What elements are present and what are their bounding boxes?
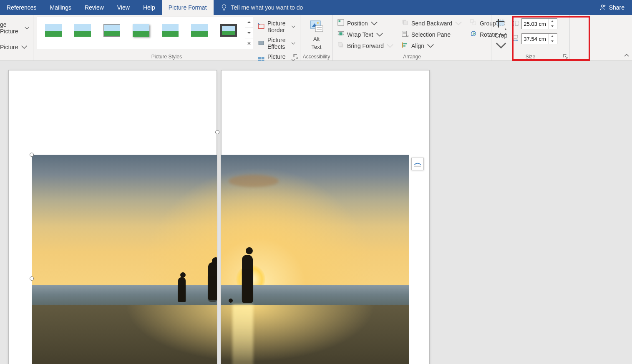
group-adjust: ge Picture Picture <box>0 15 33 60</box>
wrap-text-icon <box>337 30 345 39</box>
collapse-ribbon-button[interactable] <box>624 53 629 60</box>
picture-effects-button[interactable]: Picture Effects <box>256 36 297 51</box>
align-icon <box>401 41 409 50</box>
group-accessibility: Alt Text Accessibility <box>300 15 333 60</box>
bring-forward-label: Bring Forward <box>347 43 384 49</box>
width-spin-down[interactable] <box>549 39 555 44</box>
chevron-down-icon <box>291 23 295 30</box>
group-label: Picture Styles <box>33 54 300 60</box>
adjust-label: ge Picture <box>0 21 22 35</box>
send-backward-button[interactable]: Send Backward <box>400 18 463 28</box>
height-spin-down[interactable] <box>549 24 555 29</box>
lightbulb-icon <box>220 3 228 12</box>
change-picture-button[interactable]: ge Picture <box>0 23 30 33</box>
wrap-text-button[interactable]: Wrap Text <box>336 30 395 39</box>
tab-mailings[interactable]: Mailings <box>43 0 78 15</box>
style-thumb-3[interactable] <box>100 20 124 40</box>
alt-text-label2: Text <box>312 44 322 50</box>
width-icon <box>511 35 519 43</box>
svg-marker-44 <box>513 20 514 22</box>
tab-view[interactable]: View <box>111 0 136 15</box>
width-input[interactable] <box>522 35 549 43</box>
tab-picture-format[interactable]: Picture Format <box>162 0 214 15</box>
gallery-more[interactable] <box>245 38 253 49</box>
selection-handle-rot[interactable] <box>215 130 219 134</box>
svg-rect-36 <box>473 22 476 25</box>
svg-rect-18 <box>339 32 342 35</box>
selected-picture-right-half[interactable] <box>221 155 409 364</box>
selection-pane-icon <box>401 30 409 39</box>
svg-rect-26 <box>338 43 342 46</box>
gallery-scroll-up[interactable] <box>245 17 253 28</box>
tab-references[interactable]: References <box>0 0 43 15</box>
send-backward-label: Send Backward <box>411 20 452 27</box>
picture-border-button[interactable]: Picture Border <box>256 19 297 34</box>
alt-text-icon <box>310 19 324 35</box>
width-input-wrap <box>521 33 557 44</box>
position-label: Position <box>347 20 368 27</box>
group-label: Size <box>491 54 569 60</box>
selection-handle-ml[interactable] <box>30 276 34 281</box>
position-icon <box>337 19 345 28</box>
height-input[interactable] <box>522 20 549 28</box>
size-launcher[interactable] <box>562 53 568 59</box>
document-canvas[interactable] <box>0 61 632 364</box>
bring-forward-button[interactable]: Bring Forward <box>336 41 395 50</box>
crop-icon <box>495 18 507 31</box>
picture-styles-launcher[interactable] <box>293 53 299 59</box>
reset-picture-button[interactable]: Picture <box>0 42 30 53</box>
svg-rect-13 <box>315 26 323 32</box>
svg-rect-2 <box>247 45 251 45</box>
alt-text-button[interactable]: Alt Text <box>310 17 324 50</box>
selection-handle-tl[interactable] <box>30 153 34 157</box>
style-thumb-1[interactable] <box>41 20 65 40</box>
style-thumb-5[interactable] <box>158 20 182 40</box>
layout-options-button[interactable] <box>411 158 424 170</box>
send-backward-icon <box>401 19 409 28</box>
style-thumb-6[interactable] <box>187 20 212 40</box>
crop-label: Crop <box>495 32 507 39</box>
align-button[interactable]: Align <box>400 41 463 50</box>
share-label: Share <box>609 4 624 11</box>
gallery-scroll-down[interactable] <box>245 28 253 39</box>
tab-review[interactable]: Review <box>78 0 111 15</box>
svg-point-12 <box>317 22 319 24</box>
rotate-icon <box>470 30 477 39</box>
picture-effects-label: Picture Effects <box>267 37 289 50</box>
layout-options-icon <box>413 159 422 169</box>
tell-me-label: Tell me what you want to do <box>231 4 303 11</box>
svg-marker-49 <box>517 39 519 41</box>
style-thumb-7[interactable] <box>217 20 241 40</box>
tab-help[interactable]: Help <box>136 0 162 15</box>
svg-rect-28 <box>403 21 407 25</box>
position-button[interactable]: Position <box>336 18 395 28</box>
selection-pane-button[interactable]: Selection Pane <box>400 30 463 39</box>
style-thumb-2[interactable] <box>71 20 95 40</box>
svg-rect-46 <box>513 35 518 38</box>
group-size: Crop <box>491 15 570 60</box>
share-button[interactable]: Share <box>592 4 632 12</box>
width-control <box>511 33 557 44</box>
height-spin-up[interactable] <box>549 19 555 24</box>
selection-pane-label: Selection Pane <box>411 31 451 38</box>
svg-rect-42 <box>515 21 518 25</box>
style-thumb-4[interactable] <box>129 20 153 40</box>
group-arrange: Position Wrap Text Bring Forward Sen <box>333 15 491 60</box>
width-spin-up[interactable] <box>549 34 555 39</box>
chevron-down-icon <box>427 42 434 50</box>
svg-marker-48 <box>512 39 514 41</box>
chevron-down-icon <box>455 20 462 27</box>
selected-picture-left-half[interactable] <box>32 155 217 364</box>
group-label: Accessibility <box>300 54 332 60</box>
alt-text-label1: Alt <box>313 36 320 42</box>
group-icon <box>470 19 477 28</box>
height-control <box>511 18 557 29</box>
svg-rect-17 <box>339 20 341 23</box>
chevron-down-icon <box>291 40 295 47</box>
svg-rect-39 <box>497 20 504 26</box>
svg-point-1 <box>601 5 603 7</box>
crop-button[interactable]: Crop <box>495 18 507 51</box>
svg-marker-38 <box>473 32 475 35</box>
svg-rect-35 <box>471 20 473 23</box>
tell-me-search[interactable]: Tell me what you want to do <box>214 3 310 12</box>
